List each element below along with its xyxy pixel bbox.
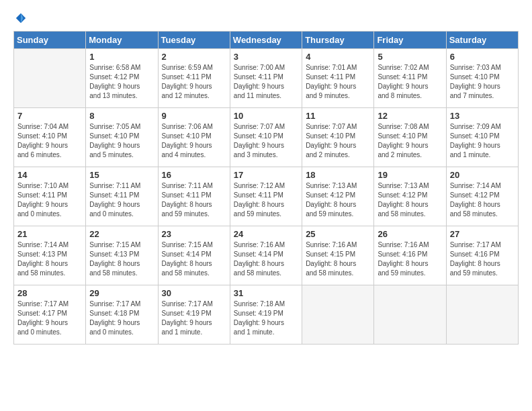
day-number: 12	[378, 111, 442, 121]
week-row-1: 1Sunrise: 6:58 AM Sunset: 4:12 PM Daylig…	[14, 49, 519, 108]
day-number: 8	[89, 111, 154, 121]
header-cell-monday: Monday	[86, 32, 158, 49]
day-number: 14	[17, 170, 82, 180]
day-info: Sunrise: 7:18 AM Sunset: 4:19 PM Dayligh…	[234, 300, 298, 337]
header-cell-friday: Friday	[374, 32, 446, 49]
day-info: Sunrise: 7:08 AM Sunset: 4:10 PM Dayligh…	[378, 122, 442, 160]
day-info: Sunrise: 7:09 AM Sunset: 4:10 PM Dayligh…	[450, 122, 515, 160]
day-cell: 5Sunrise: 7:02 AM Sunset: 4:11 PM Daylig…	[374, 49, 446, 108]
day-cell: 20Sunrise: 7:14 AM Sunset: 4:12 PM Dayli…	[446, 167, 518, 226]
day-number: 25	[306, 229, 370, 239]
day-cell: 25Sunrise: 7:16 AM Sunset: 4:15 PM Dayli…	[302, 226, 374, 285]
day-info: Sunrise: 7:17 AM Sunset: 4:18 PM Dayligh…	[89, 300, 154, 337]
day-info: Sunrise: 7:11 AM Sunset: 4:11 PM Dayligh…	[162, 181, 226, 219]
day-cell: 18Sunrise: 7:13 AM Sunset: 4:12 PM Dayli…	[302, 167, 374, 226]
day-number: 17	[234, 170, 298, 180]
day-cell: 8Sunrise: 7:05 AM Sunset: 4:10 PM Daylig…	[86, 108, 158, 167]
calendar-body: 1Sunrise: 6:58 AM Sunset: 4:12 PM Daylig…	[14, 49, 519, 345]
day-info: Sunrise: 7:03 AM Sunset: 4:10 PM Dayligh…	[450, 63, 515, 101]
day-cell: 27Sunrise: 7:17 AM Sunset: 4:16 PM Dayli…	[446, 226, 518, 285]
header-cell-wednesday: Wednesday	[230, 32, 302, 49]
day-number: 6	[450, 52, 515, 62]
day-cell: 21Sunrise: 7:14 AM Sunset: 4:13 PM Dayli…	[14, 226, 86, 285]
day-cell: 30Sunrise: 7:17 AM Sunset: 4:19 PM Dayli…	[158, 285, 230, 345]
day-info: Sunrise: 6:58 AM Sunset: 4:12 PM Dayligh…	[89, 63, 154, 101]
day-number: 20	[450, 170, 515, 180]
day-number: 30	[162, 288, 226, 298]
day-cell: 7Sunrise: 7:04 AM Sunset: 4:10 PM Daylig…	[14, 108, 86, 167]
day-number: 28	[17, 288, 82, 298]
day-info: Sunrise: 7:07 AM Sunset: 4:10 PM Dayligh…	[306, 122, 370, 160]
day-info: Sunrise: 7:07 AM Sunset: 4:10 PM Dayligh…	[234, 122, 298, 160]
day-info: Sunrise: 7:13 AM Sunset: 4:12 PM Dayligh…	[378, 181, 442, 219]
day-info: Sunrise: 6:59 AM Sunset: 4:11 PM Dayligh…	[162, 63, 226, 101]
day-info: Sunrise: 7:12 AM Sunset: 4:11 PM Dayligh…	[234, 181, 298, 219]
day-cell: 15Sunrise: 7:11 AM Sunset: 4:11 PM Dayli…	[86, 167, 158, 226]
day-number: 4	[306, 52, 370, 62]
header-cell-saturday: Saturday	[446, 32, 518, 49]
day-cell: 6Sunrise: 7:03 AM Sunset: 4:10 PM Daylig…	[446, 49, 518, 108]
day-info: Sunrise: 7:10 AM Sunset: 4:11 PM Dayligh…	[17, 181, 82, 219]
day-cell: 11Sunrise: 7:07 AM Sunset: 4:10 PM Dayli…	[302, 108, 374, 167]
day-number: 24	[234, 229, 298, 239]
day-number: 26	[378, 229, 442, 239]
day-number: 23	[162, 229, 226, 239]
day-number: 31	[234, 288, 298, 298]
day-number: 3	[234, 52, 298, 62]
logo-icon	[15, 12, 27, 24]
day-info: Sunrise: 7:16 AM Sunset: 4:15 PM Dayligh…	[306, 240, 370, 278]
day-number: 5	[378, 52, 442, 62]
day-cell: 17Sunrise: 7:12 AM Sunset: 4:11 PM Dayli…	[230, 167, 302, 226]
day-cell	[14, 49, 86, 108]
week-row-3: 14Sunrise: 7:10 AM Sunset: 4:11 PM Dayli…	[14, 167, 519, 226]
day-number: 9	[162, 111, 226, 121]
day-info: Sunrise: 7:17 AM Sunset: 4:16 PM Dayligh…	[450, 240, 515, 278]
day-info: Sunrise: 7:01 AM Sunset: 4:11 PM Dayligh…	[306, 63, 370, 101]
day-number: 2	[162, 52, 226, 62]
day-cell: 4Sunrise: 7:01 AM Sunset: 4:11 PM Daylig…	[302, 49, 374, 108]
day-info: Sunrise: 7:13 AM Sunset: 4:12 PM Dayligh…	[306, 181, 370, 219]
day-cell: 26Sunrise: 7:16 AM Sunset: 4:16 PM Dayli…	[374, 226, 446, 285]
page-container: SundayMondayTuesdayWednesdayThursdayFrid…	[0, 0, 532, 411]
day-cell: 10Sunrise: 7:07 AM Sunset: 4:10 PM Dayli…	[230, 108, 302, 167]
day-info: Sunrise: 7:16 AM Sunset: 4:16 PM Dayligh…	[378, 240, 442, 278]
day-cell: 16Sunrise: 7:11 AM Sunset: 4:11 PM Dayli…	[158, 167, 230, 226]
day-number: 7	[17, 111, 82, 121]
day-cell	[374, 285, 446, 345]
day-info: Sunrise: 7:06 AM Sunset: 4:10 PM Dayligh…	[162, 122, 226, 160]
week-row-5: 28Sunrise: 7:17 AM Sunset: 4:17 PM Dayli…	[14, 285, 519, 345]
day-number: 19	[378, 170, 442, 180]
day-info: Sunrise: 7:17 AM Sunset: 4:17 PM Dayligh…	[17, 300, 82, 337]
day-number: 10	[234, 111, 298, 121]
day-number: 11	[306, 111, 370, 121]
header-cell-sunday: Sunday	[14, 32, 86, 49]
day-info: Sunrise: 7:04 AM Sunset: 4:10 PM Dayligh…	[17, 122, 82, 160]
day-cell: 19Sunrise: 7:13 AM Sunset: 4:12 PM Dayli…	[374, 167, 446, 226]
header-cell-tuesday: Tuesday	[158, 32, 230, 49]
day-number: 16	[162, 170, 226, 180]
day-info: Sunrise: 7:15 AM Sunset: 4:14 PM Dayligh…	[162, 240, 226, 278]
day-info: Sunrise: 7:05 AM Sunset: 4:10 PM Dayligh…	[89, 122, 154, 160]
day-cell: 9Sunrise: 7:06 AM Sunset: 4:10 PM Daylig…	[158, 108, 230, 167]
day-number: 29	[89, 288, 154, 298]
day-number: 15	[89, 170, 154, 180]
week-row-2: 7Sunrise: 7:04 AM Sunset: 4:10 PM Daylig…	[14, 108, 519, 167]
logo	[13, 12, 27, 24]
day-cell: 24Sunrise: 7:16 AM Sunset: 4:14 PM Dayli…	[230, 226, 302, 285]
day-cell: 1Sunrise: 6:58 AM Sunset: 4:12 PM Daylig…	[86, 49, 158, 108]
day-cell: 29Sunrise: 7:17 AM Sunset: 4:18 PM Dayli…	[86, 285, 158, 345]
day-number: 1	[89, 52, 154, 62]
day-cell: 14Sunrise: 7:10 AM Sunset: 4:11 PM Dayli…	[14, 167, 86, 226]
header-cell-thursday: Thursday	[302, 32, 374, 49]
day-info: Sunrise: 7:11 AM Sunset: 4:11 PM Dayligh…	[89, 181, 154, 219]
header-row: SundayMondayTuesdayWednesdayThursdayFrid…	[14, 32, 519, 49]
day-cell: 22Sunrise: 7:15 AM Sunset: 4:13 PM Dayli…	[86, 226, 158, 285]
day-info: Sunrise: 7:14 AM Sunset: 4:13 PM Dayligh…	[17, 240, 82, 278]
day-cell: 13Sunrise: 7:09 AM Sunset: 4:10 PM Dayli…	[446, 108, 518, 167]
day-number: 21	[17, 229, 82, 239]
day-info: Sunrise: 7:17 AM Sunset: 4:19 PM Dayligh…	[162, 300, 226, 337]
day-cell	[302, 285, 374, 345]
day-number: 27	[450, 229, 515, 239]
day-cell: 12Sunrise: 7:08 AM Sunset: 4:10 PM Dayli…	[374, 108, 446, 167]
day-cell: 3Sunrise: 7:00 AM Sunset: 4:11 PM Daylig…	[230, 49, 302, 108]
